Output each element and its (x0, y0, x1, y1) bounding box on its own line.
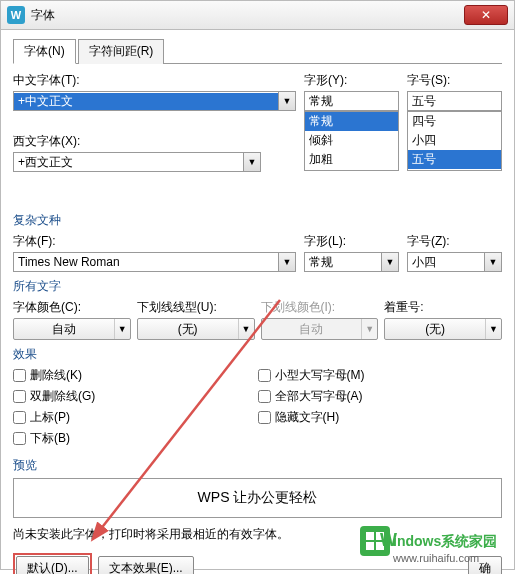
svg-rect-4 (366, 542, 374, 550)
style-option[interactable]: 常规 (305, 112, 398, 131)
emphasis-label: 着重号: (384, 299, 502, 316)
style-label: 字形(Y): (304, 72, 399, 89)
tab-font[interactable]: 字体(N) (13, 39, 76, 64)
text-effect-button[interactable]: 文本效果(E)... (98, 556, 194, 574)
wn-font-label: 西文字体(X): (13, 133, 261, 150)
window-title: 字体 (31, 7, 464, 24)
wn-font-combo[interactable]: +西文正文 ▼ (13, 152, 261, 172)
tab-spacing[interactable]: 字符间距(R) (78, 39, 165, 64)
complex-size-label: 字号(Z): (407, 233, 502, 250)
svg-text:indows系统家园: indows系统家园 (393, 533, 497, 549)
underline-color-combo: 自动▼ (261, 318, 379, 340)
chevron-down-icon[interactable]: ▼ (238, 319, 254, 339)
preview-group-title: 预览 (13, 457, 502, 474)
style-listbox[interactable]: 常规 倾斜 加粗 (304, 111, 399, 171)
chevron-down-icon[interactable]: ▼ (278, 253, 295, 271)
svg-text:www.ruihaifu.com: www.ruihaifu.com (392, 552, 479, 564)
watermark: W indows系统家园 www.ruihaifu.com (360, 526, 515, 574)
complex-style-combo[interactable]: 常规▼ (304, 252, 399, 272)
chevron-down-icon: ▼ (361, 319, 377, 339)
size-option[interactable]: 小四 (408, 131, 501, 150)
underline-label: 下划线线型(U): (137, 299, 255, 316)
cn-font-label: 中文字体(T): (13, 72, 296, 89)
preview-box: WPS 让办公更轻松 (13, 478, 502, 518)
chevron-down-icon[interactable]: ▼ (484, 253, 501, 271)
size-label: 字号(S): (407, 72, 502, 89)
default-button[interactable]: 默认(D)... (16, 556, 89, 574)
cn-font-combo[interactable]: +中文正文 ▼ (13, 91, 296, 111)
chevron-down-icon[interactable]: ▼ (485, 319, 501, 339)
allcaps-checkbox[interactable]: 全部大写字母(A) (258, 388, 503, 405)
underline-combo[interactable]: (无)▼ (137, 318, 255, 340)
chevron-down-icon[interactable]: ▼ (381, 253, 398, 271)
underline-color-label: 下划线颜色(I): (261, 299, 379, 316)
chevron-down-icon[interactable]: ▼ (243, 153, 260, 171)
hidden-checkbox[interactable]: 隐藏文字(H) (258, 409, 503, 426)
font-color-label: 字体颜色(C): (13, 299, 131, 316)
default-button-highlight: 默认(D)... (13, 553, 92, 574)
dblstrike-checkbox[interactable]: 双删除线(G) (13, 388, 258, 405)
complex-font-combo[interactable]: Times New Roman▼ (13, 252, 296, 272)
chevron-down-icon[interactable]: ▼ (114, 319, 130, 339)
superscript-checkbox[interactable]: 上标(P) (13, 409, 258, 426)
alltext-group-title: 所有文字 (13, 278, 502, 295)
style-option[interactable]: 倾斜 (305, 131, 398, 150)
subscript-checkbox[interactable]: 下标(B) (13, 430, 258, 447)
svg-rect-2 (366, 532, 374, 540)
complex-style-label: 字形(L): (304, 233, 399, 250)
effects-group-title: 效果 (13, 346, 502, 363)
app-icon: W (7, 6, 25, 24)
style-option[interactable]: 加粗 (305, 150, 398, 169)
style-input[interactable]: 常规 (304, 91, 399, 111)
complex-group-title: 复杂文种 (13, 212, 502, 229)
complex-size-combo[interactable]: 小四▼ (407, 252, 502, 272)
chevron-down-icon[interactable]: ▼ (278, 92, 295, 110)
size-listbox[interactable]: 四号 小四 五号 (407, 111, 502, 171)
complex-font-label: 字体(F): (13, 233, 296, 250)
font-color-combo[interactable]: 自动▼ (13, 318, 131, 340)
size-option[interactable]: 五号 (408, 150, 501, 169)
size-option[interactable]: 四号 (408, 112, 501, 131)
smallcaps-checkbox[interactable]: 小型大写字母(M) (258, 367, 503, 384)
close-button[interactable]: ✕ (464, 5, 508, 25)
emphasis-combo[interactable]: (无)▼ (384, 318, 502, 340)
strike-checkbox[interactable]: 删除线(K) (13, 367, 258, 384)
size-input[interactable]: 五号 (407, 91, 502, 111)
